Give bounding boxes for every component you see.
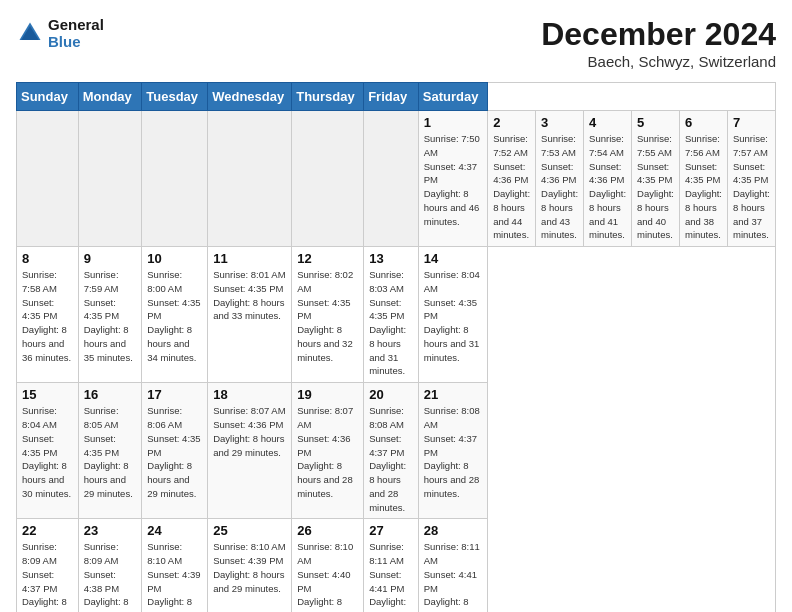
header-thursday: Thursday [292,83,364,111]
day-info: Sunrise: 8:02 AMSunset: 4:35 PMDaylight:… [297,268,358,364]
calendar-week-4: 22Sunrise: 8:09 AMSunset: 4:37 PMDayligh… [17,519,776,612]
day-info: Sunrise: 7:50 AMSunset: 4:37 PMDaylight:… [424,132,482,228]
day-info: Sunrise: 8:08 AMSunset: 4:37 PMDaylight:… [424,404,482,500]
day-info: Sunrise: 7:55 AMSunset: 4:35 PMDaylight:… [637,132,674,242]
day-number: 20 [369,387,413,402]
day-info: Sunrise: 8:08 AMSunset: 4:37 PMDaylight:… [369,404,413,514]
calendar-cell: 22Sunrise: 8:09 AMSunset: 4:37 PMDayligh… [17,519,79,612]
day-info: Sunrise: 8:11 AMSunset: 4:41 PMDaylight:… [369,540,413,612]
header-saturday: Saturday [418,83,487,111]
day-number: 2 [493,115,530,130]
day-info: Sunrise: 7:57 AMSunset: 4:35 PMDaylight:… [733,132,770,242]
page-header: General Blue December 2024 Baech, Schwyz… [16,16,776,70]
header-wednesday: Wednesday [208,83,292,111]
calendar-cell: 10Sunrise: 8:00 AMSunset: 4:35 PMDayligh… [142,247,208,383]
day-info: Sunrise: 7:54 AMSunset: 4:36 PMDaylight:… [589,132,626,242]
calendar-cell: 15Sunrise: 8:04 AMSunset: 4:35 PMDayligh… [17,383,79,519]
day-number: 18 [213,387,286,402]
day-number: 22 [22,523,73,538]
calendar-cell: 6Sunrise: 7:56 AMSunset: 4:35 PMDaylight… [680,111,728,247]
day-number: 17 [147,387,202,402]
calendar-cell: 20Sunrise: 8:08 AMSunset: 4:37 PMDayligh… [364,383,419,519]
day-info: Sunrise: 8:06 AMSunset: 4:35 PMDaylight:… [147,404,202,500]
calendar-cell: 12Sunrise: 8:02 AMSunset: 4:35 PMDayligh… [292,247,364,383]
day-info: Sunrise: 8:10 AMSunset: 4:39 PMDaylight:… [213,540,286,595]
header-sunday: Sunday [17,83,79,111]
header-friday: Friday [364,83,419,111]
day-number: 11 [213,251,286,266]
calendar-cell: 25Sunrise: 8:10 AMSunset: 4:39 PMDayligh… [208,519,292,612]
day-info: Sunrise: 8:04 AMSunset: 4:35 PMDaylight:… [22,404,73,500]
day-number: 6 [685,115,722,130]
day-number: 9 [84,251,137,266]
calendar-cell: 27Sunrise: 8:11 AMSunset: 4:41 PMDayligh… [364,519,419,612]
day-number: 5 [637,115,674,130]
day-number: 4 [589,115,626,130]
day-number: 16 [84,387,137,402]
day-number: 13 [369,251,413,266]
logo: General Blue [16,16,104,50]
day-number: 28 [424,523,482,538]
day-info: Sunrise: 7:58 AMSunset: 4:35 PMDaylight:… [22,268,73,364]
calendar-week-1: 1Sunrise: 7:50 AMSunset: 4:37 PMDaylight… [17,111,776,247]
calendar-cell: 4Sunrise: 7:54 AMSunset: 4:36 PMDaylight… [584,111,632,247]
calendar-cell: 14Sunrise: 8:04 AMSunset: 4:35 PMDayligh… [418,247,487,383]
day-number: 25 [213,523,286,538]
calendar-cell: 26Sunrise: 8:10 AMSunset: 4:40 PMDayligh… [292,519,364,612]
day-number: 12 [297,251,358,266]
calendar-cell: 2Sunrise: 7:52 AMSunset: 4:36 PMDaylight… [488,111,536,247]
calendar-cell [78,111,142,247]
calendar-cell: 16Sunrise: 8:05 AMSunset: 4:35 PMDayligh… [78,383,142,519]
day-info: Sunrise: 8:07 AMSunset: 4:36 PMDaylight:… [297,404,358,500]
calendar-cell: 18Sunrise: 8:07 AMSunset: 4:36 PMDayligh… [208,383,292,519]
calendar-cell: 5Sunrise: 7:55 AMSunset: 4:35 PMDaylight… [632,111,680,247]
day-number: 23 [84,523,137,538]
day-info: Sunrise: 8:01 AMSunset: 4:35 PMDaylight:… [213,268,286,323]
calendar-header-row: SundayMondayTuesdayWednesdayThursdayFrid… [17,83,776,111]
day-info: Sunrise: 8:10 AMSunset: 4:40 PMDaylight:… [297,540,358,612]
calendar-cell: 24Sunrise: 8:10 AMSunset: 4:39 PMDayligh… [142,519,208,612]
calendar-cell [142,111,208,247]
day-info: Sunrise: 8:11 AMSunset: 4:41 PMDaylight:… [424,540,482,612]
day-number: 19 [297,387,358,402]
calendar-cell: 13Sunrise: 8:03 AMSunset: 4:35 PMDayligh… [364,247,419,383]
calendar-week-2: 8Sunrise: 7:58 AMSunset: 4:35 PMDaylight… [17,247,776,383]
calendar-cell: 3Sunrise: 7:53 AMSunset: 4:36 PMDaylight… [536,111,584,247]
day-number: 10 [147,251,202,266]
day-info: Sunrise: 8:00 AMSunset: 4:35 PMDaylight:… [147,268,202,364]
calendar-cell [364,111,419,247]
logo-text: General Blue [48,16,104,50]
day-number: 14 [424,251,482,266]
day-info: Sunrise: 8:09 AMSunset: 4:38 PMDaylight:… [84,540,137,612]
day-info: Sunrise: 8:07 AMSunset: 4:36 PMDaylight:… [213,404,286,459]
day-info: Sunrise: 7:52 AMSunset: 4:36 PMDaylight:… [493,132,530,242]
logo-icon [16,19,44,47]
day-number: 1 [424,115,482,130]
day-info: Sunrise: 8:03 AMSunset: 4:35 PMDaylight:… [369,268,413,378]
day-number: 27 [369,523,413,538]
calendar-cell [17,111,79,247]
day-number: 3 [541,115,578,130]
day-info: Sunrise: 7:59 AMSunset: 4:35 PMDaylight:… [84,268,137,364]
calendar-cell: 28Sunrise: 8:11 AMSunset: 4:41 PMDayligh… [418,519,487,612]
calendar-week-3: 15Sunrise: 8:04 AMSunset: 4:35 PMDayligh… [17,383,776,519]
day-info: Sunrise: 8:09 AMSunset: 4:37 PMDaylight:… [22,540,73,612]
month-title: December 2024 [541,16,776,53]
calendar-cell: 19Sunrise: 8:07 AMSunset: 4:36 PMDayligh… [292,383,364,519]
day-number: 8 [22,251,73,266]
title-block: December 2024 Baech, Schwyz, Switzerland [541,16,776,70]
day-number: 26 [297,523,358,538]
day-info: Sunrise: 8:10 AMSunset: 4:39 PMDaylight:… [147,540,202,612]
calendar-cell: 23Sunrise: 8:09 AMSunset: 4:38 PMDayligh… [78,519,142,612]
calendar-cell: 17Sunrise: 8:06 AMSunset: 4:35 PMDayligh… [142,383,208,519]
calendar-cell: 9Sunrise: 7:59 AMSunset: 4:35 PMDaylight… [78,247,142,383]
day-number: 15 [22,387,73,402]
day-number: 21 [424,387,482,402]
header-tuesday: Tuesday [142,83,208,111]
calendar-table: SundayMondayTuesdayWednesdayThursdayFrid… [16,82,776,612]
day-info: Sunrise: 7:53 AMSunset: 4:36 PMDaylight:… [541,132,578,242]
calendar-cell: 1Sunrise: 7:50 AMSunset: 4:37 PMDaylight… [418,111,487,247]
calendar-cell: 11Sunrise: 8:01 AMSunset: 4:35 PMDayligh… [208,247,292,383]
calendar-cell: 7Sunrise: 7:57 AMSunset: 4:35 PMDaylight… [727,111,775,247]
day-number: 7 [733,115,770,130]
